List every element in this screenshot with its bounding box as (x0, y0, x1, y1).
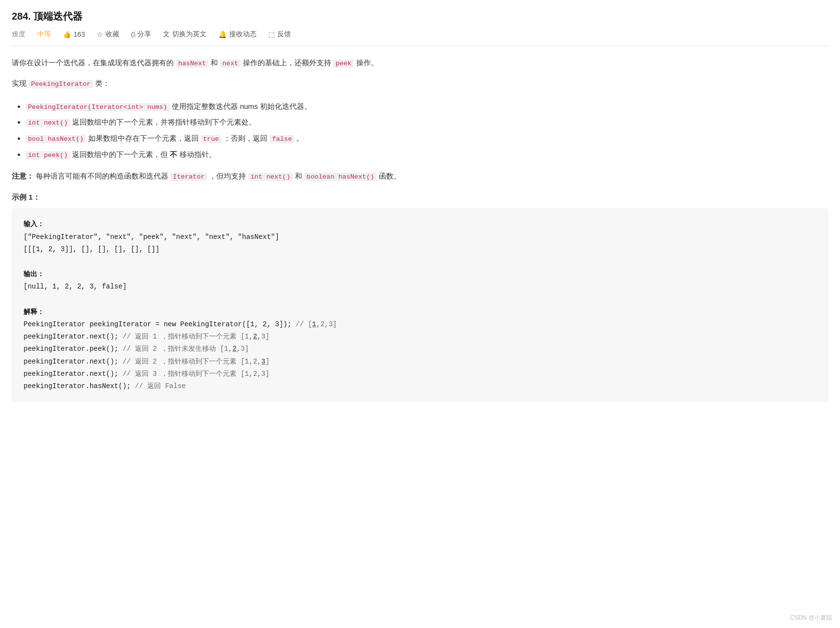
explain-line5: peekingIterator.next(); // 返回 3 ，指针移动到下一… (24, 368, 816, 380)
input-line2: [[[1, 2, 3]], [], [], [], [], []] (24, 243, 816, 256)
output-label: 输出： (24, 268, 816, 281)
description: 请你在设计一个迭代器，在集成现有迭代器拥有的 hasNext 和 next 操作… (12, 56, 828, 91)
feedback-label: 反馈 (277, 30, 291, 39)
notify-label: 接收动态 (229, 30, 257, 39)
feedback-icon: ⬚ (268, 30, 275, 38)
star-icon: ☆ (97, 30, 103, 38)
code-int-next: int next() (26, 119, 70, 127)
example1-section: 示例 1： 输入： ["PeekingIterator", "next", "p… (12, 193, 828, 402)
like-icon: 👍 (63, 30, 71, 38)
code-true: true (201, 135, 221, 143)
list-item: int peek() 返回数组中的下一个元素，但 不 移动指针。 (26, 148, 828, 162)
share-label: 分享 (137, 30, 151, 39)
explain-line3: peekingIterator.peek(); // 返回 2 ，指针未发生移动… (24, 343, 816, 355)
share-icon: ⎙ (131, 30, 135, 38)
code-peekingiterator: PeekingIterator (28, 80, 93, 88)
explain-label: 解释： (24, 306, 816, 318)
code-boolean-hasnext-note: boolean hasNext() (304, 173, 377, 181)
like-button[interactable]: 👍 163 (63, 30, 85, 38)
list-item: PeekingIterator(Iterator<int> nums) 使用指定… (26, 100, 828, 114)
list-item: bool hasNext() 如果数组中存在下一个元素，返回 true ；否则，… (26, 131, 828, 146)
page-title: 284. 顶端迭代器 (12, 10, 828, 23)
input-label: 输入： (24, 218, 816, 231)
bell-icon: 🔔 (218, 30, 227, 38)
code-hasNext: hasNext (176, 59, 209, 68)
code-peek: peek (333, 59, 354, 68)
toolbar: 难度 中等 👍 163 ☆ 收藏 ⎙ 分享 文 切换为英文 🔔 接收动态 ⬚ 反… (12, 30, 828, 46)
example1-title: 示例 1： (12, 193, 828, 202)
code-bool-hasnext: bool hasNext() (26, 135, 86, 143)
switch-lang-label: 切换为英文 (172, 30, 207, 39)
code-false: false (270, 135, 295, 143)
share-button[interactable]: ⎙ 分享 (131, 30, 151, 39)
output-line: [null, 1, 2, 2, 3, false] (24, 281, 816, 293)
feedback-button[interactable]: ⬚ 反馈 (268, 30, 291, 39)
bullet-list: PeekingIterator(Iterator<int> nums) 使用指定… (26, 100, 828, 162)
example1-block: 输入： ["PeekingIterator", "next", "peek", … (12, 208, 828, 402)
desc-line2: 实现 PeekingIterator 类： (12, 77, 828, 90)
code-int-next-note: int next() (248, 173, 293, 181)
translate-icon: 文 (163, 30, 170, 39)
difficulty-value: 中等 (37, 30, 51, 39)
explain-line6: peekingIterator.hasNext(); // 返回 False (24, 380, 816, 392)
code-int-peek: int peek() (26, 151, 70, 159)
code-constructor: PeekingIterator(Iterator<int> nums) (26, 103, 170, 111)
note: 注意： 每种语言可能有不同的构造函数和迭代器 Iterator ，但均支持 in… (12, 169, 828, 183)
collect-label: 收藏 (105, 30, 119, 39)
explain-line1: PeekingIterator peekingIterator = new Pe… (24, 318, 816, 331)
explain-line4: peekingIterator.next(); // 返回 2 ，指针移动到下一… (24, 356, 816, 368)
like-count: 163 (74, 30, 85, 38)
input-line1: ["PeekingIterator", "next", "peek", "nex… (24, 231, 816, 243)
difficulty-label: 难度 (12, 30, 26, 39)
list-item: int next() 返回数组中的下一个元素，并将指针移动到下个元素处。 (26, 115, 828, 130)
note-label: 注意： (12, 172, 34, 180)
explain-line2: peekingIterator.next(); // 返回 1 ，指针移动到下一… (24, 331, 816, 343)
desc-line1: 请你在设计一个迭代器，在集成现有迭代器拥有的 hasNext 和 next 操作… (12, 56, 828, 70)
notify-button[interactable]: 🔔 接收动态 (218, 30, 257, 39)
code-iterator: Iterator (170, 173, 207, 181)
collect-button[interactable]: ☆ 收藏 (97, 30, 119, 39)
switch-lang-button[interactable]: 文 切换为英文 (163, 30, 207, 39)
code-next: next (220, 59, 240, 68)
